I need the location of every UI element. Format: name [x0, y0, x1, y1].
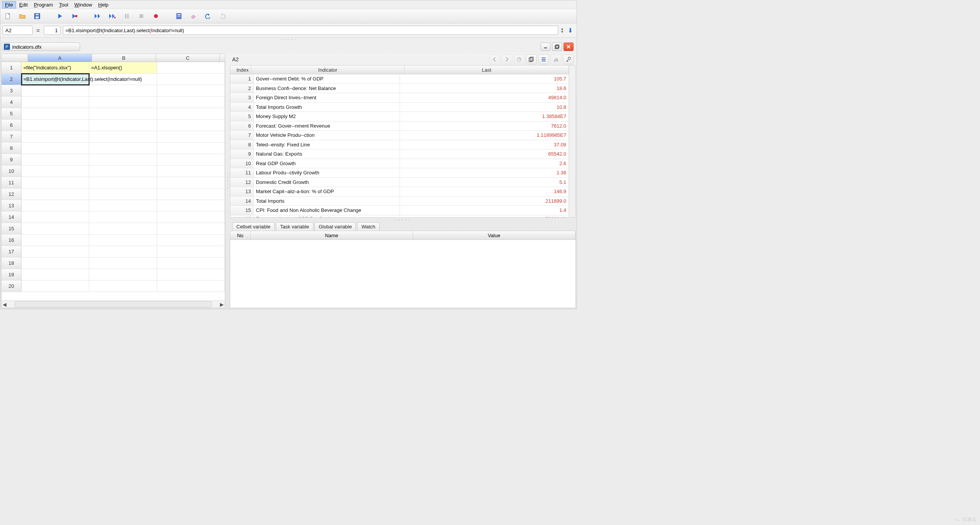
horizontal-gutter[interactable]: • • • • •	[0, 38, 577, 41]
table-row[interactable]: 10Real GDP Growth2.6	[230, 159, 569, 169]
row-header[interactable]: 1	[2, 62, 21, 74]
table-row-last[interactable]: 18.6	[400, 84, 569, 93]
cell-c19[interactable]	[157, 269, 225, 281]
table-row-last[interactable]: 211899.0	[400, 197, 569, 206]
table-row[interactable]: 15CPI: Food and Non Alcoholic Beverage C…	[230, 206, 569, 215]
cell-b19[interactable]	[89, 269, 157, 281]
nav-forward-button[interactable]	[501, 54, 512, 64]
debug-button[interactable]	[70, 11, 79, 21]
menu-window[interactable]: Window	[71, 1, 95, 8]
row-header[interactable]: 4	[2, 97, 21, 108]
row-header[interactable]: 7	[2, 131, 21, 143]
calculator-button[interactable]	[174, 11, 184, 21]
table-row-indicator[interactable]: Real GDP Growth	[254, 159, 400, 168]
cell-b3[interactable]	[89, 85, 157, 97]
cell-a15[interactable]	[21, 223, 89, 235]
var-col-no[interactable]: No	[230, 231, 251, 240]
cell-c5[interactable]	[157, 108, 225, 120]
cell-b17[interactable]	[89, 246, 157, 258]
table-row[interactable]: 11Labour Produ--ctivity Growth1.36	[230, 168, 569, 178]
menu-tool[interactable]: Tool	[56, 1, 71, 8]
table-row[interactable]: 12Domestic Credit Growth5.1	[230, 178, 569, 187]
eraser-button[interactable]	[189, 11, 198, 21]
nav-back-button[interactable]	[489, 54, 500, 64]
table-row[interactable]: 13Market Capit--aliz-a-tion: % of GDP146…	[230, 187, 569, 197]
var-col-value[interactable]: Value	[413, 231, 575, 240]
table-row[interactable]: 8Teled--ensity: Fixed Line37.09	[230, 140, 569, 150]
col-index-header[interactable]: Index	[230, 66, 251, 74]
table-row-last[interactable]: 1.38584E7	[400, 112, 569, 121]
row-header[interactable]: 6	[2, 120, 21, 131]
cell-c12[interactable]	[157, 189, 225, 200]
cell-c6[interactable]	[157, 120, 225, 131]
table-row-indicator[interactable]: Foreign Direct Inves--tment	[254, 93, 400, 102]
table-row-last[interactable]: 7612.0	[400, 121, 569, 131]
column-header-b[interactable]: B	[92, 54, 156, 62]
table-row[interactable]: 16Forecast: Nominal GDP Per Capita70028.…	[230, 215, 569, 218]
cell-a5[interactable]	[21, 108, 89, 120]
chart-bar-button[interactable]	[551, 54, 561, 64]
cell-b20[interactable]	[89, 281, 157, 292]
row-header[interactable]: 17	[2, 246, 21, 258]
scroll-left-icon[interactable]: ◀	[2, 302, 8, 307]
settings-button[interactable]	[563, 54, 574, 64]
row-header[interactable]: 3	[2, 85, 21, 97]
cell-a10[interactable]	[21, 166, 89, 177]
open-file-button[interactable]	[18, 11, 27, 21]
step-into-button[interactable]	[108, 11, 117, 21]
row-header[interactable]: 12	[2, 189, 21, 200]
table-row[interactable]: 3Foreign Direct Inves--tment49814.0	[230, 93, 569, 103]
table-row-last[interactable]: 2.6	[400, 159, 569, 168]
cell-b7[interactable]	[89, 131, 157, 143]
cell-c9[interactable]	[157, 154, 225, 166]
cell-c2[interactable]	[157, 74, 225, 85]
cell-a18[interactable]	[21, 258, 89, 269]
cell-b5[interactable]	[89, 108, 157, 120]
table-row-last[interactable]: 49814.0	[400, 93, 569, 102]
cell-c11[interactable]	[157, 177, 225, 189]
table-row[interactable]: 5Money Supply M21.38584E7	[230, 112, 569, 121]
row-header[interactable]: 14	[2, 212, 21, 223]
table-row-indicator[interactable]: Labour Produ--ctivity Growth	[254, 168, 400, 177]
cell-c10[interactable]	[157, 166, 225, 177]
menu-program[interactable]: Program	[31, 1, 56, 8]
save-file-button[interactable]	[33, 11, 42, 21]
vertical-scrollbar[interactable]	[569, 66, 575, 217]
cell-b15[interactable]	[89, 223, 157, 235]
table-row-indicator[interactable]: Domestic Credit Growth	[254, 178, 400, 187]
scroll-right-icon[interactable]: ▶	[219, 302, 225, 307]
column-header-c[interactable]: C	[156, 54, 220, 62]
row-header[interactable]: 15	[2, 223, 21, 235]
table-row-indicator[interactable]: Natural Gas: Exports	[254, 149, 400, 159]
table-row-last[interactable]: 1.36	[400, 168, 569, 177]
breakpoint-button[interactable]	[151, 11, 161, 21]
row-header[interactable]: 19	[2, 269, 21, 281]
cell-a2[interactable]: =B1.xlsimport@t(Indicator,Last).select(I…	[21, 74, 89, 85]
table-row-indicator[interactable]: CPI: Food and Non Alcoholic Beverage Cha…	[254, 206, 400, 215]
table-row-indicator[interactable]: Forecast: Nominal GDP Per Capita	[254, 215, 400, 218]
table-row-last[interactable]: 5.1	[400, 178, 569, 187]
tab-global-variable[interactable]: Global variable	[315, 222, 356, 231]
cell-b8[interactable]	[89, 143, 157, 154]
cell-b14[interactable]	[89, 212, 157, 223]
row-header[interactable]: 9	[2, 154, 21, 166]
col-last-header[interactable]: Last	[405, 66, 569, 74]
cell-a11[interactable]	[21, 177, 89, 189]
table-row-last[interactable]: 10.8	[400, 103, 569, 112]
cell-a16[interactable]	[21, 235, 89, 246]
row-header[interactable]: 2	[2, 74, 21, 85]
table-row[interactable]: 1Gover--nment Debt: % of GDP105.7	[230, 74, 569, 84]
cell-c20[interactable]	[157, 281, 225, 292]
cell-b1[interactable]: =A1.xlsopen()	[89, 62, 157, 74]
table-row[interactable]: 2Business Confi--dence: Net Balance18.6	[230, 84, 569, 94]
col-indicator-header[interactable]: Indicator	[251, 66, 405, 74]
cell-c17[interactable]	[157, 246, 225, 258]
var-col-name[interactable]: Name	[251, 231, 413, 240]
table-row-last[interactable]: 65542.0	[400, 149, 569, 159]
table-row[interactable]: 4Total Imports Growth10.8	[230, 103, 569, 112]
cell-a12[interactable]	[21, 189, 89, 200]
cell-b12[interactable]	[89, 189, 157, 200]
cell-b6[interactable]	[89, 120, 157, 131]
table-row-indicator[interactable]: Gover--nment Debt: % of GDP	[254, 74, 400, 84]
table-row-indicator[interactable]: Business Confi--dence: Net Balance	[254, 84, 400, 93]
